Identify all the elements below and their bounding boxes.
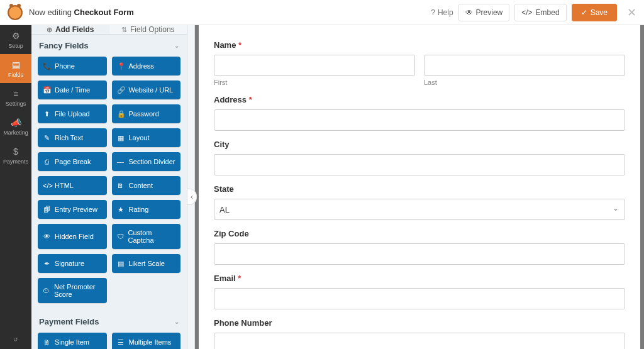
field-signature[interactable]: ✒Signature	[38, 254, 107, 273]
zip-input[interactable]	[214, 243, 625, 265]
layout-icon: ▦	[117, 134, 125, 142]
field-single-item[interactable]: 🗎Single Item	[38, 333, 107, 349]
field-layout-label: Layout	[129, 134, 150, 141]
field-multiple-items[interactable]: ☰Multiple Items	[112, 333, 181, 349]
logo-icon	[8, 5, 23, 20]
field-hidden-label: Hidden Field	[55, 233, 94, 240]
rail: ⚙ Setup ▤ Fields ≡ Settings 📣 Marketing …	[0, 25, 31, 349]
rail-settings-label: Settings	[0, 101, 31, 107]
form-state-row[interactable]: State AL	[214, 184, 625, 220]
field-captcha[interactable]: 🛡Custom Captcha	[112, 224, 181, 249]
email-label-text: Email	[214, 274, 236, 283]
fancy-fields-head[interactable]: Fancy Fields ⌄	[31, 35, 187, 54]
undo-icon: ↺	[13, 336, 18, 343]
phone-input[interactable]	[214, 333, 625, 349]
main: ⚙ Setup ▤ Fields ≡ Settings 📣 Marketing …	[0, 25, 644, 349]
form-zip-row[interactable]: Zip Code	[214, 229, 625, 265]
payment-fields-title: Payment Fields	[39, 317, 99, 326]
field-likert-label: Likert Scale	[129, 260, 165, 267]
state-select[interactable]: AL	[214, 199, 625, 220]
field-layout[interactable]: ▦Layout	[112, 128, 181, 147]
field-phone[interactable]: 📞Phone	[38, 57, 107, 75]
address-label: Address *	[214, 95, 625, 104]
field-website[interactable]: 🔗Website / URL	[112, 80, 181, 99]
field-html[interactable]: </>HTML	[38, 176, 107, 195]
list-icon: ☰	[117, 338, 125, 346]
rail-payments-label: Payments	[0, 158, 31, 165]
email-input[interactable]	[214, 288, 625, 309]
field-content-label: Content	[129, 182, 153, 189]
field-multiple-label: Multiple Items	[129, 338, 172, 346]
form-city-row[interactable]: City	[214, 140, 625, 175]
payment-fields-grid: 🗎Single Item ☰Multiple Items ☑Checkbox I…	[31, 330, 187, 349]
city-input[interactable]	[214, 154, 625, 175]
rail-fields[interactable]: ▤ Fields	[0, 54, 31, 83]
form-email-row[interactable]: Email *	[214, 274, 625, 309]
field-entrypreview[interactable]: 🗐Entry Preview	[38, 200, 107, 219]
embed-label: Embed	[536, 8, 560, 17]
undo-button[interactable]: ↺	[13, 330, 18, 349]
rail-marketing[interactable]: 📣 Marketing	[0, 112, 31, 141]
field-address[interactable]: 📍Address	[112, 57, 181, 75]
upload-icon: ⬆	[43, 110, 50, 118]
required-asterisk: *	[238, 274, 241, 283]
editing-prefix: Now editing	[29, 8, 74, 17]
field-upload[interactable]: ⬆File Upload	[38, 104, 107, 123]
address-input[interactable]	[214, 109, 625, 131]
tab-field-options[interactable]: ⇅ Field Options	[109, 25, 187, 34]
field-datetime[interactable]: 📅Date / Time	[38, 80, 107, 99]
edit-icon: ✎	[43, 134, 50, 142]
save-button[interactable]: ✓ Save	[572, 4, 617, 21]
field-datetime-label: Date / Time	[55, 86, 90, 94]
field-phone-label: Phone	[55, 62, 75, 70]
sliders-icon: ⇅	[121, 26, 127, 34]
last-name-input[interactable]	[424, 55, 625, 76]
embed-button[interactable]: </> Embed	[514, 4, 566, 21]
field-html-label: HTML	[55, 182, 74, 189]
rail-payments[interactable]: $ Payments	[0, 141, 31, 170]
chevron-down-icon: ⌄	[174, 318, 179, 325]
payment-fields-head[interactable]: Payment Fields ⌄	[31, 311, 187, 330]
topbar: Now editing Checkout Form ? Help 👁 Previ…	[0, 0, 644, 25]
rail-setup[interactable]: ⚙ Setup	[0, 25, 31, 54]
help-link[interactable]: ? Help	[431, 8, 453, 17]
field-hidden[interactable]: 👁Hidden Field	[38, 224, 107, 249]
field-password[interactable]: 🔒Password	[112, 104, 181, 123]
address-label-text: Address	[214, 95, 247, 104]
sliders-icon: ≡	[0, 88, 31, 99]
help-icon: ?	[431, 8, 435, 17]
rail-fields-label: Fields	[0, 72, 31, 78]
last-sublabel: Last	[424, 79, 625, 86]
eye-icon: 👁	[465, 8, 473, 17]
field-nps[interactable]: ⏲Net Promoter Score	[38, 278, 107, 303]
panel-collapse-handle[interactable]	[187, 25, 195, 349]
star-icon: ★	[117, 206, 125, 214]
form-phone-row[interactable]: Phone Number	[214, 318, 625, 349]
canvas: Name * First Last Address * City	[195, 25, 644, 349]
close-icon[interactable]: ✕	[627, 6, 636, 19]
phone-icon: 📞	[43, 62, 50, 70]
field-richtext[interactable]: ✎Rich Text	[38, 128, 107, 147]
rail-settings[interactable]: ≡ Settings	[0, 83, 31, 112]
tab-field-options-label: Field Options	[130, 25, 175, 34]
sidebar-tabs: ⊕ Add Fields ⇅ Field Options	[31, 25, 187, 35]
first-name-input[interactable]	[214, 55, 415, 76]
pin-icon: 📍	[117, 62, 125, 70]
field-upload-label: File Upload	[55, 110, 90, 118]
preview-icon: 🗐	[43, 206, 50, 213]
link-icon: 🔗	[117, 86, 125, 94]
field-likert[interactable]: ▤Likert Scale	[112, 254, 181, 273]
field-single-label: Single Item	[55, 338, 89, 346]
form-address-row[interactable]: Address *	[214, 95, 625, 131]
form-name-row[interactable]: Name * First Last	[214, 40, 625, 86]
editing-title: Now editing Checkout Form	[29, 8, 431, 17]
doc-icon: 🗎	[43, 338, 50, 346]
field-pagebreak[interactable]: ⎙Page Break	[38, 152, 107, 171]
rail-marketing-label: Marketing	[0, 130, 31, 136]
preview-button[interactable]: 👁 Preview	[458, 4, 510, 21]
field-divider[interactable]: —Section Divider	[112, 152, 181, 171]
form-preview: Name * First Last Address * City	[199, 25, 640, 349]
field-rating[interactable]: ★Rating	[112, 200, 181, 219]
tab-add-fields[interactable]: ⊕ Add Fields	[31, 25, 109, 34]
field-content[interactable]: 🗎Content	[112, 176, 181, 195]
